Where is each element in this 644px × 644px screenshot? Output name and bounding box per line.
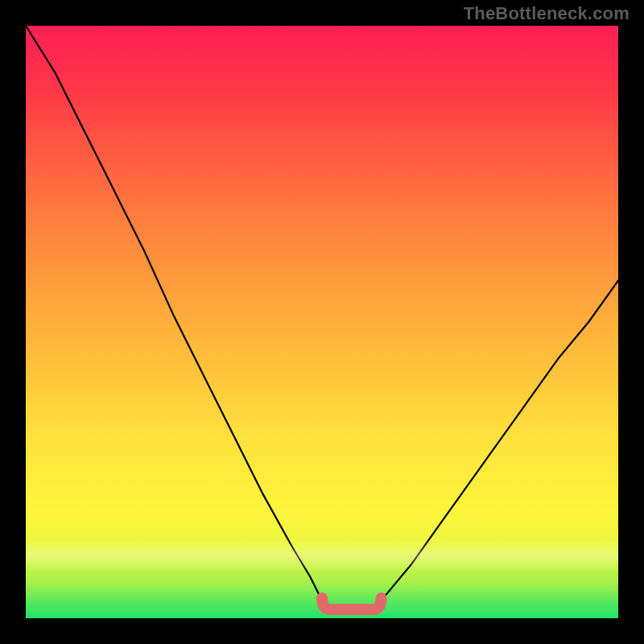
curve-svg [26,26,618,618]
watermark-text: TheBottleneck.com [464,3,630,24]
chart-container: TheBottleneck.com [0,0,644,644]
plot-area [26,26,618,618]
bottleneck-curve [26,26,618,613]
flat-bottom-marker [322,598,382,609]
